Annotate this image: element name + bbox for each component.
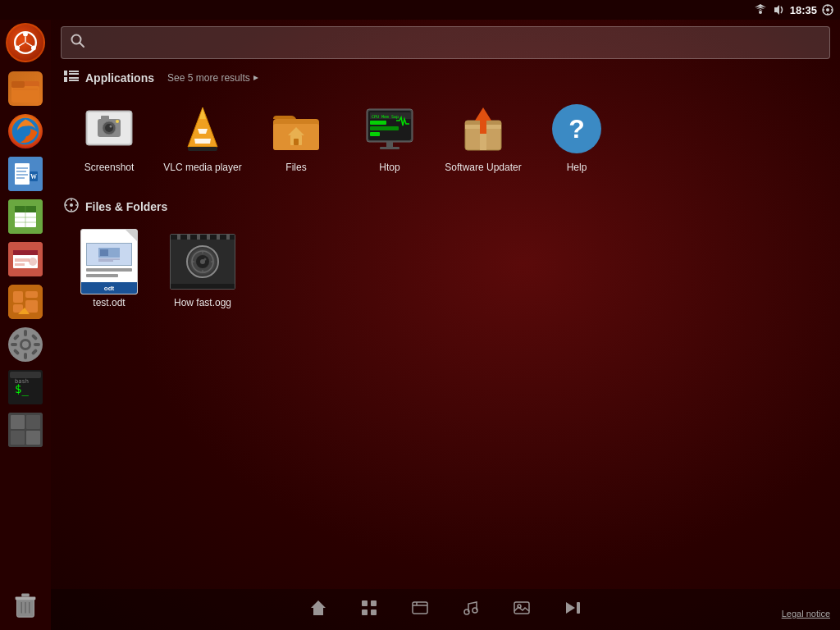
svg-rect-91 xyxy=(188,147,217,151)
svg-point-2 xyxy=(826,8,829,11)
svg-point-18 xyxy=(21,126,31,137)
svg-rect-49 xyxy=(11,343,17,346)
legal-notice[interactable]: Legal notice xyxy=(782,609,830,619)
bottom-bar: Legal notice xyxy=(51,589,840,630)
sidebar-item-firefox[interactable] xyxy=(6,112,45,151)
svg-rect-76 xyxy=(69,77,79,79)
svg-rect-66 xyxy=(21,594,30,597)
svg-rect-82 xyxy=(101,116,109,121)
file-item-how-fast-ogg[interactable]: How fast.ogg xyxy=(158,226,248,315)
bottom-photos-icon[interactable] xyxy=(513,599,531,621)
svg-rect-119 xyxy=(100,249,108,256)
sidebar-item-settings[interactable] xyxy=(6,325,45,364)
bottom-apps-icon[interactable] xyxy=(360,599,378,621)
svg-rect-75 xyxy=(69,73,79,75)
svg-rect-135 xyxy=(413,602,427,614)
svg-point-84 xyxy=(105,124,113,132)
app-item-screenshot[interactable]: Screenshot xyxy=(64,96,154,180)
svg-rect-143 xyxy=(577,602,580,614)
files-folders-title: Files & Folders xyxy=(85,200,167,213)
sidebar-item-writer[interactable]: W xyxy=(6,154,45,194)
app-item-vlc[interactable]: VLC media player xyxy=(158,96,248,180)
svg-rect-36 xyxy=(15,258,30,262)
svg-line-12 xyxy=(19,43,25,46)
volume-icon[interactable] xyxy=(772,4,785,16)
svg-rect-23 xyxy=(16,174,28,176)
svg-rect-16 xyxy=(11,81,25,88)
system-icon[interactable] xyxy=(822,4,833,16)
svg-point-10 xyxy=(31,46,36,51)
svg-rect-60 xyxy=(11,415,25,429)
svg-marker-88 xyxy=(198,129,208,134)
svg-rect-105 xyxy=(380,147,399,149)
svg-rect-56 xyxy=(10,372,41,378)
applications-icon xyxy=(64,71,79,84)
app-label-vlc: VLC media player xyxy=(163,162,241,173)
app-item-software-updater[interactable]: Software Updater xyxy=(438,96,528,180)
svg-rect-102 xyxy=(370,126,399,130)
svg-point-85 xyxy=(110,126,112,128)
svg-point-38 xyxy=(29,258,37,266)
svg-point-8 xyxy=(23,32,28,37)
svg-line-71 xyxy=(80,43,84,48)
svg-point-46 xyxy=(22,341,29,348)
svg-rect-21 xyxy=(16,167,28,169)
app-item-files[interactable]: Files xyxy=(251,96,341,180)
svg-rect-15 xyxy=(11,86,39,103)
applications-title: Applications xyxy=(85,71,154,84)
svg-rect-22 xyxy=(16,171,26,172)
see-more-button[interactable]: See 5 more results xyxy=(167,72,260,84)
files-folders-section-header: Files & Folders xyxy=(51,193,840,220)
svg-text:W: W xyxy=(30,173,37,180)
search-icon xyxy=(71,34,85,52)
svg-rect-37 xyxy=(15,263,25,266)
svg-rect-73 xyxy=(64,77,67,82)
svg-rect-140 xyxy=(514,602,529,614)
svg-rect-103 xyxy=(370,132,380,136)
svg-text:bash: bash xyxy=(15,378,29,385)
svg-rect-65 xyxy=(16,596,36,600)
svg-marker-89 xyxy=(194,139,211,144)
svg-rect-50 xyxy=(34,343,40,346)
svg-rect-96 xyxy=(294,139,299,145)
sidebar-item-terminal[interactable]: $_ bash xyxy=(6,368,45,407)
app-label-htop: Htop xyxy=(379,162,399,173)
bottom-home-icon[interactable] xyxy=(309,599,327,621)
svg-rect-132 xyxy=(371,600,377,606)
sidebar-item-impress[interactable] xyxy=(6,240,45,279)
file-label-test-odt: test.odt xyxy=(93,297,125,308)
ubuntu-button[interactable] xyxy=(6,23,45,62)
svg-rect-40 xyxy=(13,291,23,303)
svg-rect-101 xyxy=(370,121,386,125)
sidebar: W xyxy=(0,20,51,630)
svg-point-9 xyxy=(15,46,20,51)
sidebar-item-files-manager[interactable] xyxy=(6,69,45,108)
svg-rect-48 xyxy=(24,353,27,359)
search-input[interactable] xyxy=(61,26,830,59)
clock[interactable]: 18:35 xyxy=(790,4,817,16)
svg-point-0 xyxy=(759,11,762,14)
sidebar-item-calc[interactable] xyxy=(6,197,45,236)
svg-text:CPU  Mem  Swp: CPU Mem Swp xyxy=(372,114,399,120)
sidebar-trash[interactable] xyxy=(6,584,45,623)
bottom-music-icon[interactable] xyxy=(462,599,480,621)
app-item-htop[interactable]: CPU Mem Swp Htop xyxy=(345,96,435,180)
bottom-files-icon[interactable] xyxy=(411,599,429,621)
search-bar xyxy=(61,26,830,59)
file-item-test-odt[interactable]: odt test.odt xyxy=(64,226,154,315)
svg-marker-142 xyxy=(566,602,575,614)
svg-rect-42 xyxy=(25,291,38,298)
file-label-how-fast-ogg: How fast.ogg xyxy=(174,297,231,308)
app-label-software-updater: Software Updater xyxy=(445,162,521,173)
app-item-help[interactable]: ? Help xyxy=(532,96,622,180)
svg-rect-62 xyxy=(11,431,25,445)
svg-rect-104 xyxy=(386,142,393,147)
app-label-files: Files xyxy=(285,162,306,173)
network-icon[interactable] xyxy=(754,4,767,16)
svg-point-116 xyxy=(70,203,73,207)
bottom-video-icon[interactable] xyxy=(564,599,582,621)
app-label-help: Help xyxy=(567,162,587,173)
sidebar-item-manager[interactable] xyxy=(6,282,45,322)
sidebar-item-workspace[interactable] xyxy=(6,410,45,450)
files-folders-icon xyxy=(64,198,79,215)
